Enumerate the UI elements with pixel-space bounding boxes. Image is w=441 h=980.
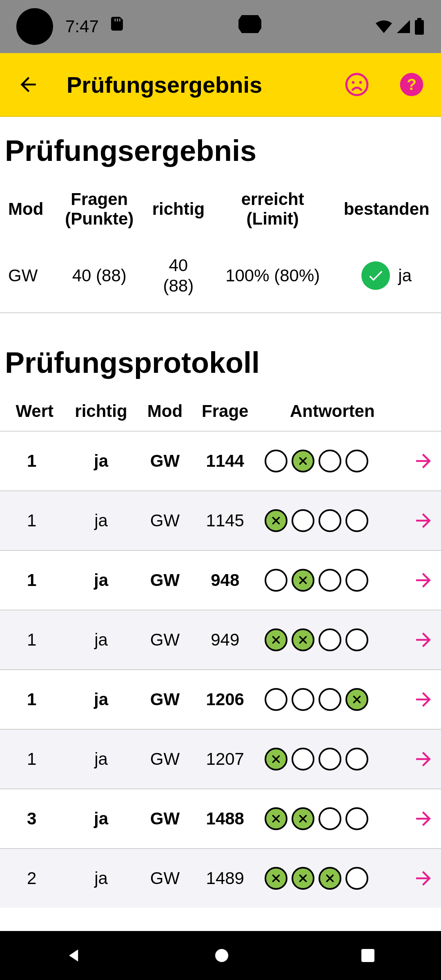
answer-dot-selected xyxy=(265,867,287,890)
protocol-row[interactable]: 1jaGW948 xyxy=(0,550,441,610)
summary-col-fragen: Fragen (Punkte) xyxy=(55,180,144,239)
summary-col-richtig: richtig xyxy=(144,180,213,239)
protocol-open-arrow[interactable] xyxy=(405,431,441,491)
protocol-wert: 3 xyxy=(0,789,63,849)
status-clock: 7:47 xyxy=(65,17,99,36)
protocol-richtig: ja xyxy=(63,729,138,789)
protocol-richtig: ja xyxy=(63,789,138,849)
protocol-frage: 1207 xyxy=(191,729,259,789)
protocol-richtig: ja xyxy=(63,491,138,550)
protocol-answers xyxy=(259,491,405,550)
protocol-answers xyxy=(259,789,405,849)
protocol-row[interactable]: 2jaGW1489 xyxy=(0,849,441,908)
protocol-row[interactable]: 1jaGW949 xyxy=(0,610,441,670)
answer-dot xyxy=(318,628,341,651)
answer-dot xyxy=(345,867,368,890)
protocol-open-arrow[interactable] xyxy=(405,491,441,550)
svg-point-7 xyxy=(215,949,228,962)
answer-dot-selected xyxy=(318,867,341,890)
protocol-answers xyxy=(259,431,405,491)
nav-home-button[interactable] xyxy=(211,945,232,966)
summary-erreicht: 100% (80%) xyxy=(213,239,332,313)
app-bar-title: Prüfungsergebnis xyxy=(67,71,262,98)
protocol-col-richtig: richtig xyxy=(63,392,138,431)
protocol-row[interactable]: 1jaGW1144 xyxy=(0,431,441,491)
answer-dot-selected xyxy=(292,450,314,472)
answer-dot xyxy=(292,509,314,532)
protocol-col-wert: Wert xyxy=(0,392,63,431)
nav-recents-button[interactable] xyxy=(358,945,378,966)
protocol-mod: GW xyxy=(139,849,192,908)
protocol-open-arrow[interactable] xyxy=(405,849,441,908)
answer-dot-selected xyxy=(345,688,368,711)
back-button[interactable] xyxy=(14,71,42,98)
protocol-mod: GW xyxy=(139,431,192,491)
svg-text:?: ? xyxy=(407,76,416,93)
answer-dot xyxy=(345,509,368,532)
summary-bestanden: ja xyxy=(332,239,441,313)
svg-rect-8 xyxy=(361,949,374,962)
status-notch-icon xyxy=(238,13,262,40)
protocol-wert: 1 xyxy=(0,550,63,610)
protocol-open-arrow[interactable] xyxy=(405,670,441,729)
app-bar: Prüfungsergebnis ? xyxy=(0,53,441,117)
protocol-mod: GW xyxy=(139,491,192,550)
summary-richtig-l1: 40 xyxy=(169,255,188,276)
answer-dot-selected xyxy=(265,628,287,651)
page-title: Prüfungsergebnis xyxy=(0,117,441,180)
protocol-row[interactable]: 1jaGW1206 xyxy=(0,670,441,729)
protocol-row[interactable]: 1jaGW1145 xyxy=(0,491,441,550)
summary-col-fragen-l2: (Punkte) xyxy=(65,209,134,229)
protocol-open-arrow[interactable] xyxy=(405,610,441,670)
protocol-richtig: ja xyxy=(63,431,138,491)
sad-face-button[interactable] xyxy=(342,69,372,100)
protocol-col-frage: Frage xyxy=(191,392,259,431)
answer-dot xyxy=(345,450,368,472)
nav-back-button[interactable] xyxy=(63,944,86,967)
answer-dot xyxy=(318,807,341,830)
protocol-wert: 1 xyxy=(0,491,63,550)
protocol-answers xyxy=(259,550,405,610)
svg-point-2 xyxy=(346,74,368,95)
protocol-open-arrow[interactable] xyxy=(405,550,441,610)
protocol-frage: 1488 xyxy=(191,789,259,849)
help-button[interactable]: ? xyxy=(396,69,427,100)
answer-dot xyxy=(318,688,341,711)
answer-dot-selected xyxy=(265,509,287,532)
sd-card-icon xyxy=(111,16,125,37)
answer-dot-selected xyxy=(292,807,314,830)
protocol-frage: 1206 xyxy=(191,670,259,729)
answer-dot-selected xyxy=(265,807,287,830)
summary-bestanden-label: ja xyxy=(398,266,412,285)
protocol-open-arrow[interactable] xyxy=(405,789,441,849)
wifi-icon xyxy=(375,19,393,34)
protocol-row[interactable]: 1jaGW1207 xyxy=(0,729,441,789)
summary-mod: GW xyxy=(0,239,55,313)
protocol-frage: 948 xyxy=(191,550,259,610)
content-area[interactable]: Prüfungsergebnis Mod Fragen (Punkte) ric… xyxy=(0,117,441,931)
answer-dot xyxy=(265,688,287,711)
answer-dot xyxy=(318,509,341,532)
protocol-col-antworten: Antworten xyxy=(259,392,405,431)
summary-col-fragen-l1: Fragen xyxy=(71,189,128,209)
summary-fragen: 40 (88) xyxy=(55,239,144,313)
protocol-wert: 1 xyxy=(0,729,63,789)
answer-dot xyxy=(318,748,341,771)
summary-col-erreicht: erreicht (Limit) xyxy=(213,180,332,239)
svg-rect-1 xyxy=(415,20,424,35)
protocol-table: Wert richtig Mod Frage Antworten 1jaGW11… xyxy=(0,392,441,908)
protocol-answers xyxy=(259,849,405,908)
check-circle-icon xyxy=(361,261,390,290)
answer-dot xyxy=(345,628,368,651)
system-nav-bar xyxy=(0,931,441,980)
protocol-frage: 1144 xyxy=(191,431,259,491)
protocol-wert: 1 xyxy=(0,610,63,670)
summary-richtig: 40 (88) xyxy=(144,239,213,313)
protocol-open-arrow[interactable] xyxy=(405,729,441,789)
answer-dot-selected xyxy=(292,569,314,592)
summary-row: GW 40 (88) 40 (88) 100% (80%) xyxy=(0,239,441,313)
summary-table: Mod Fragen (Punkte) richtig erreicht (Li… xyxy=(0,180,441,313)
protocol-wert: 1 xyxy=(0,670,63,729)
protocol-row[interactable]: 3jaGW1488 xyxy=(0,789,441,849)
summary-col-erreicht-l2: (Limit) xyxy=(247,209,299,229)
